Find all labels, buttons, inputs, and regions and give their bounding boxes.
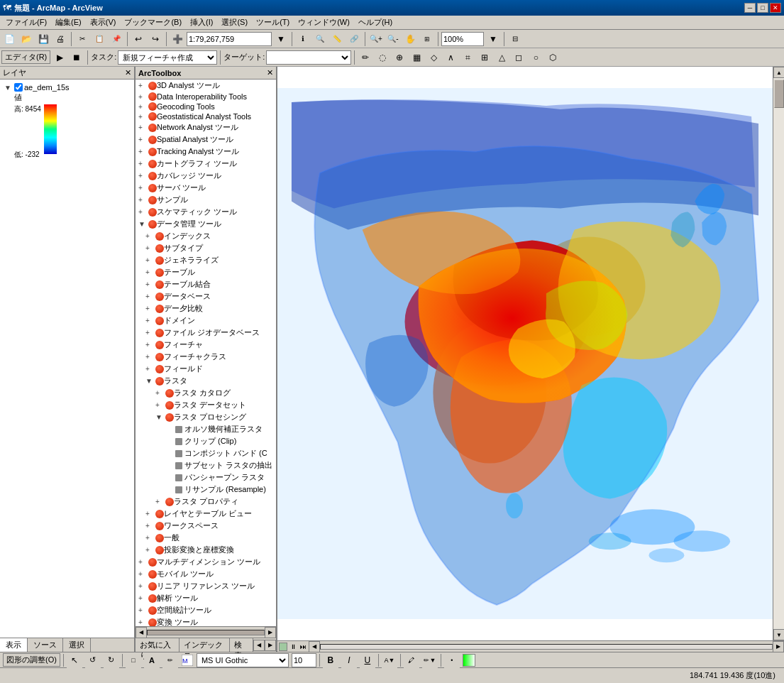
tab-select[interactable]: 選択 bbox=[63, 638, 91, 652]
tool-table[interactable]: + テーブル bbox=[136, 266, 276, 278]
cut-button[interactable]: ✂ bbox=[74, 31, 90, 47]
draw-tool[interactable]: ✏ bbox=[162, 652, 178, 668]
sketch-btn7[interactable]: ⌗ bbox=[460, 50, 475, 65]
underline-btn[interactable]: U bbox=[360, 652, 375, 668]
tool-projection[interactable]: + 投影変換と座標変換 bbox=[136, 544, 276, 556]
tool-rasterprop[interactable]: + ラスタ プロパティ bbox=[136, 496, 276, 508]
task-select[interactable]: 新規フィーチャ作成 bbox=[118, 50, 217, 65]
tool-generalize[interactable]: + ジェネラライズ bbox=[136, 254, 276, 266]
zoom-dropdown[interactable]: ▼ bbox=[485, 31, 501, 47]
vertical-scrollbar[interactable]: ▲ ▼ bbox=[773, 67, 784, 640]
text-A-tool[interactable]: A bbox=[144, 652, 160, 668]
zoom-out-button[interactable]: 🔍- bbox=[385, 31, 401, 47]
scale-input[interactable]: 1:79,267,759 bbox=[187, 32, 272, 46]
highlight-btn[interactable]: 🖍 bbox=[404, 652, 419, 668]
toolbox-tab-favorites[interactable]: お気に入り bbox=[136, 638, 180, 652]
tool-field[interactable]: + フィールド bbox=[136, 363, 276, 375]
font-size-input[interactable]: 10 bbox=[292, 653, 316, 667]
toolbox-close[interactable]: ✕ bbox=[267, 68, 273, 77]
minimize-button[interactable]: ─ bbox=[744, 3, 756, 13]
tool-composite[interactable]: コンポジット バンド (C bbox=[136, 447, 276, 459]
print-button[interactable]: 🖨 bbox=[53, 31, 68, 47]
tool-rastercatalog[interactable]: + ラスタ カタログ bbox=[136, 387, 276, 399]
zoom-in-button[interactable]: 🔍+ bbox=[368, 31, 384, 47]
menu-window[interactable]: ウィンドウ(W) bbox=[294, 16, 354, 29]
menu-view[interactable]: 表示(V) bbox=[86, 16, 121, 29]
gradient-btn[interactable] bbox=[463, 654, 475, 667]
editor-play[interactable]: ▶ bbox=[52, 50, 67, 65]
tool-raster[interactable]: ▼ ラスタ bbox=[136, 375, 276, 387]
menu-bookmark[interactable]: ブックマーク(B) bbox=[120, 16, 186, 29]
tool-index[interactable]: + インデックス bbox=[136, 230, 276, 242]
editor-stop[interactable]: ⏹ bbox=[69, 50, 84, 65]
layer-visibility-checkbox[interactable] bbox=[14, 83, 23, 92]
tool-tracking[interactable]: + Tracking Analyst ツール bbox=[136, 146, 276, 158]
tool-rasterdataset[interactable]: + ラスタ データセット bbox=[136, 399, 276, 411]
tool-mobile[interactable]: + モバイル ツール bbox=[136, 568, 276, 580]
tool-feature[interactable]: + フィーチャ bbox=[136, 339, 276, 351]
pointer-tool[interactable]: ↖ bbox=[67, 652, 82, 668]
new-button[interactable]: 📄 bbox=[1, 31, 17, 47]
map-viewport[interactable] bbox=[277, 67, 773, 640]
sketch-btn12[interactable]: ⬡ bbox=[545, 50, 561, 65]
line-color-btn[interactable]: ✏▼ bbox=[422, 652, 438, 668]
tool-domain[interactable]: + ドメイン bbox=[136, 315, 276, 327]
save-button[interactable]: 💾 bbox=[35, 31, 51, 47]
undo-button[interactable]: ↩ bbox=[131, 31, 146, 47]
layer-panel-close[interactable]: ✕ bbox=[125, 68, 131, 77]
tool-multidim[interactable]: + マルチディメンション ツール bbox=[136, 556, 276, 568]
redo-button[interactable]: ↪ bbox=[148, 31, 163, 47]
menu-file[interactable]: ファイル(F) bbox=[1, 16, 51, 29]
menu-tools[interactable]: ツール(T) bbox=[252, 16, 294, 29]
sketch-btn11[interactable]: ○ bbox=[528, 50, 543, 65]
toolbox-tab-search[interactable]: 検索 bbox=[230, 638, 253, 652]
tool-pansharpen[interactable]: パンシャープン ラスタ bbox=[136, 471, 276, 483]
font-color-btn[interactable]: A▼ bbox=[382, 652, 397, 668]
scroll-htrack[interactable] bbox=[320, 644, 773, 650]
close-button[interactable]: ✕ bbox=[770, 3, 781, 13]
tool-spatialstat[interactable]: + 空間統計ツール bbox=[136, 604, 276, 616]
measure-button[interactable]: 📏 bbox=[329, 31, 345, 47]
tool-database[interactable]: + データベース bbox=[136, 290, 276, 302]
tool-filegdb[interactable]: + ファイル ジオデータベース bbox=[136, 327, 276, 339]
sketch-btn2[interactable]: ◌ bbox=[375, 50, 390, 65]
tool-rasterproc[interactable]: ▼ ラスタ プロセシング bbox=[136, 411, 276, 423]
toolbox-hscrollbar[interactable]: ◀ ▶ bbox=[136, 626, 276, 638]
tool-network[interactable]: + Network Analyst ツール bbox=[136, 121, 276, 133]
font-select[interactable]: MS UI Gothic bbox=[197, 653, 289, 667]
scale-dropdown[interactable]: ▼ bbox=[273, 31, 289, 47]
tool-analysis[interactable]: + 解析 ツール bbox=[136, 592, 276, 604]
layer-group-item[interactable]: ▼ ae_dem_15s bbox=[3, 82, 131, 92]
zoom-level-input[interactable] bbox=[441, 32, 484, 46]
tool-featureclass[interactable]: + フィーチャクラス bbox=[136, 351, 276, 363]
open-button[interactable]: 📂 bbox=[18, 31, 34, 47]
tool-geocode[interactable]: + Geocoding Tools bbox=[136, 102, 276, 111]
scroll-left[interactable]: ◀ bbox=[136, 627, 147, 638]
sketch-btn8[interactable]: ⊞ bbox=[477, 50, 492, 65]
italic-btn[interactable]: I bbox=[341, 652, 357, 668]
sketch-tool[interactable]: ✏ bbox=[358, 50, 373, 65]
tool-datamanage[interactable]: ▼ データ管理 ツール bbox=[136, 218, 276, 230]
tool-coverage[interactable]: + カバレッジ ツール bbox=[136, 170, 276, 182]
scroll-up[interactable]: ▲ bbox=[773, 67, 784, 78]
add-data-button[interactable]: ➕ bbox=[170, 31, 185, 47]
menu-insert[interactable]: 挿入(I) bbox=[186, 16, 217, 29]
scroll-vthumb[interactable] bbox=[774, 80, 784, 108]
tool-tablejoin[interactable]: + テーブル結合 bbox=[136, 278, 276, 290]
identify-button[interactable]: ℹ bbox=[295, 31, 311, 47]
menu-select[interactable]: 選択(S) bbox=[217, 16, 252, 29]
sketch-btn6[interactable]: ∧ bbox=[443, 50, 458, 65]
shape-tool-label[interactable]: 図形の調整(O) bbox=[3, 653, 60, 667]
scroll-hright[interactable]: ▶ bbox=[773, 641, 784, 652]
tool-subset[interactable]: サブセット ラスタの抽出 bbox=[136, 459, 276, 471]
menu-edit[interactable]: 編集(E) bbox=[51, 16, 86, 29]
tool-clip[interactable]: クリップ (Clip) bbox=[136, 435, 276, 447]
tool-linear[interactable]: + リニア リファレンス ツール bbox=[136, 580, 276, 592]
target-select[interactable] bbox=[266, 50, 351, 65]
tab-source[interactable]: ソース bbox=[28, 638, 63, 652]
scroll-vtrack[interactable] bbox=[773, 78, 784, 629]
toolbox-prev[interactable]: ◀ bbox=[253, 640, 265, 651]
bold-btn[interactable]: B bbox=[323, 652, 338, 668]
tool-spatial[interactable]: + Spatial Analyst ツール bbox=[136, 133, 276, 146]
tool-server[interactable]: + サーバ ツール bbox=[136, 182, 276, 194]
